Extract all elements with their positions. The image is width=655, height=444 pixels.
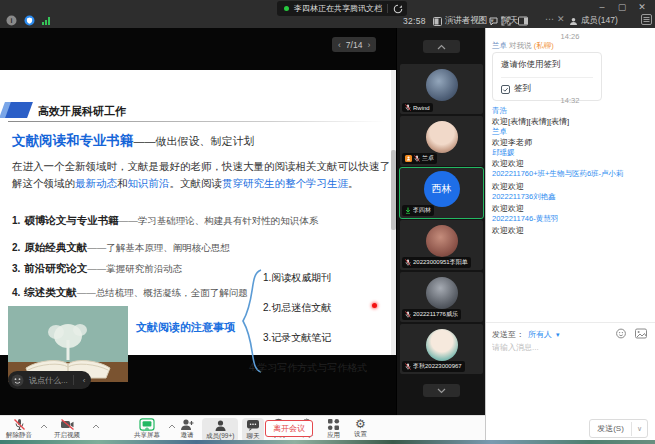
tab-chat[interactable]: 聊天	[489, 15, 518, 27]
chat-panel-close-icon[interactable]: ✕	[557, 14, 565, 24]
camera-off-icon	[60, 418, 75, 431]
expand-videos-button[interactable]	[423, 384, 460, 397]
members-icon	[214, 419, 227, 432]
settings-button[interactable]: ⚙ 设置	[354, 418, 367, 439]
video-tile[interactable]: 李秋20223000967	[400, 324, 483, 374]
note-item: 4.学习写作方式与写作格式	[249, 361, 367, 375]
slide-title: 文献阅读和专业书籍——做出假设、制定计划	[12, 132, 255, 150]
mic-options-caret-icon[interactable]	[40, 424, 48, 429]
maximize-icon[interactable]: ▢	[615, 2, 629, 12]
chat-panel: 14:26 兰卓 对我说 (私聊) 邀请你使用签到 签到 14:32 青浩 欢迎…	[485, 28, 655, 440]
page-prev-icon[interactable]: ‹	[338, 40, 341, 50]
note-item: 3.记录文献笔记	[263, 331, 331, 345]
checkin-invite-card[interactable]: 邀请你使用签到 签到	[492, 52, 602, 101]
muted-mic-icon	[405, 259, 411, 266]
side-panel-toggle-icon[interactable]	[518, 16, 528, 26]
message-text: 欢迎欢迎	[492, 225, 524, 236]
slide-section-header: 高效开展科研工作	[38, 104, 126, 119]
muted-mic-icon	[13, 418, 26, 431]
slide-page-navigator: ‹ 7/14 ›	[332, 37, 376, 52]
send-button[interactable]: 发送(S) ∨	[589, 419, 648, 438]
meeting-protection-shield-icon[interactable]	[24, 15, 35, 26]
leave-meeting-button[interactable]: 离开会议	[265, 420, 313, 437]
tab-chat-label: 聊天	[501, 15, 518, 27]
avatar	[426, 277, 458, 309]
send-label[interactable]: 发送(S)	[590, 420, 631, 437]
divider	[501, 77, 593, 78]
avatar	[426, 69, 458, 101]
send-to-selector[interactable]: 发送至： 所有人 ▾	[492, 329, 560, 340]
list-item: 1.硕博论文与专业书籍——学习基础理论、构建具有针对性的知识体系	[12, 214, 318, 228]
member-person-icon	[569, 17, 578, 26]
divider	[486, 322, 655, 323]
view-layout-icon	[433, 17, 442, 26]
paragraph-text: 和	[117, 177, 128, 189]
comment-placeholder[interactable]: 说点什么...	[29, 375, 68, 386]
private-message-header: 兰卓 对我说 (私聊)	[492, 41, 554, 51]
page-next-icon[interactable]: ›	[367, 40, 370, 50]
network-signal-icon[interactable]	[42, 17, 50, 25]
gear-icon: ⚙	[355, 418, 366, 430]
view-mode-dropdown[interactable]: 演讲者视图 ▾	[433, 15, 494, 27]
chat-bubble-icon	[489, 17, 498, 26]
members-button[interactable]: 成员(99+)	[202, 418, 238, 442]
checkin-action[interactable]: 签到	[501, 83, 593, 95]
view-mode-label: 演讲者视图	[445, 15, 488, 27]
image-attach-icon[interactable]	[635, 328, 647, 339]
send-to-value[interactable]: 所有人	[528, 329, 552, 340]
camera-options-caret-icon[interactable]	[92, 424, 100, 429]
send-options-caret-icon[interactable]: ∨	[631, 422, 647, 436]
caret-down-icon: ▾	[556, 331, 560, 339]
meeting-status-icons: i	[6, 15, 50, 26]
participant-name: 李秋20223000967	[413, 362, 462, 371]
video-tile[interactable]: 兰卓	[400, 116, 483, 166]
sender-name: 2022211746-黄慧羽	[492, 214, 558, 224]
video-tile[interactable]: Rwind	[400, 64, 483, 114]
laser-pointer-dot	[372, 303, 377, 308]
emoji-picker-icon[interactable]	[616, 328, 627, 339]
share-options-caret-icon[interactable]	[168, 424, 176, 429]
close-icon[interactable]: ✕	[635, 2, 649, 12]
tab-members[interactable]: 成员(147)	[569, 15, 618, 27]
emoji-smiley-icon[interactable]	[11, 374, 24, 387]
sender-name: 兰卓	[492, 41, 507, 50]
collapse-videos-button[interactable]	[423, 40, 460, 53]
chat-message-input[interactable]	[492, 343, 648, 352]
sender-name: 青浩	[492, 106, 507, 116]
invite-button[interactable]: 邀请	[180, 418, 194, 440]
sharing-arrow-icon	[405, 207, 411, 214]
message-text: 欢迎李老师	[492, 137, 532, 148]
desktop-wallpaper-sliver	[0, 440, 655, 444]
svg-text:i: i	[11, 17, 13, 24]
chevron-up-icon	[438, 45, 445, 49]
collapse-left-icon[interactable]: ‹	[79, 376, 90, 385]
chat-button[interactable]: 聊天	[242, 418, 264, 442]
quick-comment-bar[interactable]: 说点什么... ‹	[8, 371, 91, 389]
video-tile-active-speaker[interactable]: 西林 李四林	[400, 168, 483, 218]
divider	[387, 4, 388, 13]
sharing-live-dot-icon	[284, 6, 289, 11]
meeting-info-icon[interactable]: i	[6, 15, 17, 26]
chat-more-icon[interactable]: ⋯	[545, 14, 554, 24]
video-tile[interactable]: 2022211776威乐	[400, 272, 483, 322]
apps-button[interactable]: 应用	[327, 418, 340, 440]
screen-share-banner: 李四林正在共享腾讯文档	[277, 1, 407, 16]
avatar-initials: 西林	[424, 171, 460, 207]
slide-subtitle: ——做出假设、制定计划	[134, 135, 255, 147]
participant-name: Rwind	[413, 105, 430, 111]
chat-bubble-icon	[246, 419, 260, 432]
video-thumbnail-strip: Rwind 兰卓 西林 李四林 20223000951李阳单 202221177…	[396, 28, 485, 415]
minimize-icon[interactable]: –	[595, 2, 609, 12]
share-screen-button[interactable]: 共享屏幕	[134, 418, 160, 440]
start-video-button[interactable]: 开启视频	[54, 418, 80, 440]
note-item: 2.切忌迷信文献	[263, 301, 331, 315]
paragraph-highlight: 知识前沿	[128, 177, 170, 189]
paragraph-text: 。	[348, 177, 359, 189]
refresh-share-icon[interactable]	[393, 4, 403, 14]
video-tile[interactable]: 20223000951李阳单	[400, 220, 483, 270]
unmute-button[interactable]: 解除静音	[6, 418, 32, 440]
presentation-slide: 高效开展科研工作 文献阅读和专业书籍——做出假设、制定计划 在进入一个全新领域时…	[0, 70, 391, 355]
panel-menu-icon[interactable]	[641, 14, 652, 25]
list-item: 3.前沿研究论文——掌握研究前沿动态	[12, 262, 182, 276]
participant-name: 2022211776威乐	[413, 310, 458, 319]
